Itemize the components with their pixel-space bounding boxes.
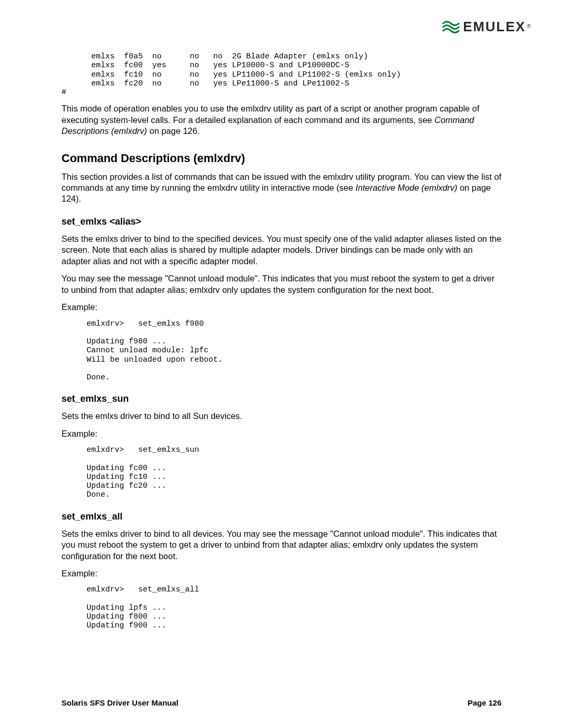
heading-set-emlxs-alias: set_emlxs <alias>	[62, 216, 501, 227]
registered-mark-icon: ®	[527, 23, 531, 29]
heading-set-emlxs-sun: set_emlxs_sun	[62, 393, 501, 404]
command-intro-paragraph: This section provides a list of commands…	[62, 171, 501, 205]
section-heading-command-descriptions: Command Descriptions (emlxdrv)	[62, 152, 501, 165]
set-emlxs-all-desc: Sets the emlxs driver to bind to all dev…	[62, 528, 501, 562]
set-emlxs-sun-example-code: emlxdrv> set_emlxs_sun Updating fc00 ...…	[87, 446, 501, 500]
set-emlxs-sun-desc: Sets the emlxs driver to bind to all Sun…	[62, 411, 501, 422]
set-emlxs-sun-example-label: Example:	[62, 428, 501, 439]
set-emlxs-example-label: Example:	[62, 302, 501, 313]
page: EMULEX® emlxs f0a5 no no no 2G Blade Ada…	[0, 0, 563, 728]
shell-prompt: #	[62, 88, 501, 97]
footer-title: Solaris SFS Driver User Manual	[62, 698, 178, 707]
adapter-table-code: emlxs f0a5 no no no 2G Blade Adapter (em…	[87, 52, 501, 88]
brand-text: EMULEX®	[463, 19, 531, 35]
set-emlxs-all-example-code: emlxdrv> set_emlxs_all Updating lpfs ...…	[87, 585, 501, 630]
set-emlxs-example-code: emlxdrv> set_emlxs f980 Updating f980 ..…	[87, 319, 501, 382]
set-emlxs-all-example-label: Example:	[62, 568, 501, 579]
footer-page-number: Page 126	[468, 698, 501, 707]
set-emlxs-desc-2: You may see the message "Cannot unload m…	[62, 273, 501, 295]
heading-set-emlxs-all: set_emlxs_all	[62, 511, 501, 522]
intro-paragraph: This mode of operation enables you to us…	[62, 103, 501, 137]
brand-logo: EMULEX®	[442, 19, 531, 35]
page-footer: Solaris SFS Driver User Manual Page 126	[62, 698, 501, 707]
emulex-waves-icon	[442, 20, 460, 34]
set-emlxs-desc-1: Sets the emlxs driver to bind to the spe…	[62, 233, 501, 267]
